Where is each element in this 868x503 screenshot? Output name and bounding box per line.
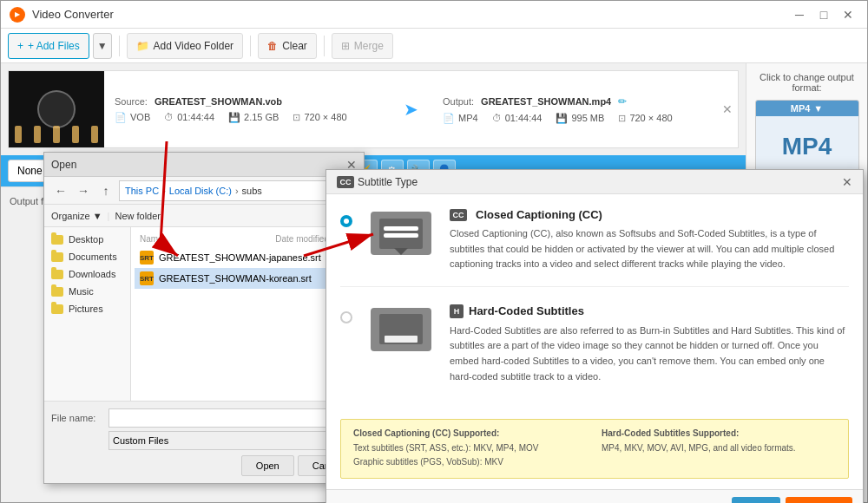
organize-button[interactable]: Organize ▼ bbox=[51, 211, 102, 221]
open-button[interactable]: Open bbox=[241, 455, 294, 476]
figure-2 bbox=[34, 126, 41, 143]
output-format-icon: 📄 bbox=[443, 113, 455, 124]
sidebar-item-pictures[interactable]: Pictures bbox=[44, 300, 130, 317]
sidebar-item-music[interactable]: Music bbox=[44, 283, 130, 300]
cc-icon-box bbox=[371, 212, 431, 255]
app-icon bbox=[10, 7, 25, 23]
hc-text-col: H Hard-Coded Subtitles Hard-Coded Subtit… bbox=[450, 304, 849, 384]
merge-button[interactable]: ⊞ Merge bbox=[332, 33, 393, 59]
main-toolbar: + + Add Files ▼ 📁 Add Video Folder 🗑 Cle… bbox=[1, 29, 867, 63]
video-item: Source: GREATEST_SHOWMAN.vob 📄 VOB ⏱ 01:… bbox=[8, 70, 739, 148]
cc-support-title: Closed Captioning (CC) Supported: bbox=[353, 428, 588, 438]
cc-icon-col bbox=[366, 208, 436, 255]
dialog-action-buttons: Open Cancel bbox=[51, 455, 357, 476]
figure-1 bbox=[15, 126, 22, 143]
video-item-close[interactable]: ✕ bbox=[717, 71, 738, 147]
format-name: MP4 bbox=[791, 103, 811, 114]
open-dialog-toolbar: ← → ↑ This PC › Local Disk (C:) › subs 🔍 bbox=[44, 177, 364, 205]
dialog-sidebar: Desktop Documents Downloads Music Pictur… bbox=[44, 227, 131, 401]
filetype-select[interactable]: Custom Files bbox=[108, 431, 357, 450]
breadcrumb-subs: subs bbox=[242, 186, 262, 196]
sidebar-item-downloads[interactable]: Downloads bbox=[44, 265, 130, 283]
minimize-button[interactable]: ─ bbox=[789, 6, 810, 23]
breadcrumb-sep-1: › bbox=[162, 186, 166, 196]
maximize-button[interactable]: □ bbox=[813, 6, 834, 23]
video-arrow: ➤ bbox=[389, 71, 432, 147]
subtitle-dialog-titlebar: CC Subtitle Type ✕ bbox=[326, 170, 863, 194]
breadcrumb-this-pc[interactable]: This PC bbox=[125, 186, 159, 196]
output-edit-icon[interactable]: ✏ bbox=[618, 95, 627, 108]
hc-option-title: H Hard-Coded Subtitles bbox=[450, 304, 849, 318]
breadcrumb-bar: This PC › Local Disk (C:) › subs bbox=[119, 180, 334, 201]
close-button[interactable]: ✕ bbox=[838, 6, 858, 23]
hc-title-text: Hard-Coded Subtitles bbox=[469, 304, 584, 317]
format-big-label: MP4 bbox=[782, 133, 832, 160]
hc-screen bbox=[379, 314, 423, 344]
merge-label: Merge bbox=[354, 40, 384, 52]
figure-3 bbox=[53, 126, 60, 143]
app-title: Video Converter bbox=[32, 8, 789, 21]
hc-radio-button[interactable] bbox=[340, 311, 352, 323]
cc-line-2 bbox=[384, 233, 418, 238]
window-controls: ─ □ ✕ bbox=[789, 6, 858, 23]
back-button[interactable]: ← bbox=[51, 181, 70, 200]
output-format: MP4 bbox=[458, 113, 478, 123]
breadcrumb-local-disk[interactable]: Local Disk (C:) bbox=[169, 186, 232, 196]
add-files-icon: + bbox=[17, 40, 23, 52]
output-size: 995 MB bbox=[571, 113, 604, 123]
cc-option: CC Closed Captioning (CC) Closed Caption… bbox=[340, 208, 849, 287]
output-format-item: 📄 MP4 bbox=[443, 113, 478, 124]
folder-icon: 📁 bbox=[136, 40, 149, 52]
file-korean-label: GREATEST_SHOWMAN-korean.srt bbox=[159, 273, 312, 284]
filetype-row: Custom Files bbox=[51, 431, 357, 450]
add-files-button[interactable]: + + Add Files bbox=[8, 33, 89, 59]
subtitle-dialog-body: CC Closed Captioning (CC) Closed Caption… bbox=[326, 194, 863, 419]
output-filename: GREATEST_SHOWMAN.mp4 bbox=[481, 96, 611, 107]
cc-description: Closed Captioning (CC), also known as So… bbox=[450, 226, 849, 272]
filename-input[interactable] bbox=[108, 408, 357, 428]
sidebar-item-desktop[interactable]: Desktop bbox=[44, 231, 130, 248]
srt-japanese-icon: SRT bbox=[140, 251, 154, 265]
size-icon: 💾 bbox=[228, 112, 240, 123]
new-folder-button[interactable]: New folder bbox=[115, 211, 161, 221]
open-dialog-title: Open bbox=[51, 159, 346, 171]
pictures-label: Pictures bbox=[69, 304, 103, 314]
cc-radio-col bbox=[340, 208, 352, 227]
music-folder-icon bbox=[51, 287, 63, 297]
thumbnail-preview bbox=[9, 71, 104, 147]
clock-icon: ⏱ bbox=[164, 112, 174, 122]
title-bar: Video Converter ─ □ ✕ bbox=[1, 1, 867, 29]
source-row: Source: GREATEST_SHOWMAN.vob bbox=[115, 96, 378, 107]
output-label: Output: bbox=[443, 96, 474, 107]
source-size: 2.15 GB bbox=[244, 112, 279, 122]
subtitle-cancel-button[interactable]: Cancel bbox=[786, 497, 852, 503]
cc-text-col: CC Closed Captioning (CC) Closed Caption… bbox=[450, 208, 849, 272]
up-button[interactable]: ↑ bbox=[96, 181, 115, 200]
cc-line-1 bbox=[384, 226, 418, 231]
output-duration: 01:44:44 bbox=[505, 113, 542, 123]
subtitle-ok-button[interactable]: Ok bbox=[732, 497, 779, 503]
cc-title-text: Closed Captioning (CC) bbox=[476, 208, 602, 221]
sidebar-item-documents[interactable]: Documents bbox=[44, 248, 130, 265]
video-output-info: Output: GREATEST_SHOWMAN.mp4 ✏ 📄 MP4 ⏱ 0… bbox=[432, 71, 717, 147]
format-selector-box[interactable]: MP4 ▼ MP4 bbox=[755, 100, 859, 178]
format-body: MP4 bbox=[756, 116, 858, 177]
clear-button[interactable]: 🗑 Clear bbox=[258, 33, 317, 59]
subtitle-dialog-close[interactable]: ✕ bbox=[842, 175, 852, 189]
thumbnail-figures bbox=[9, 126, 104, 143]
cc-badge: CC bbox=[450, 209, 467, 221]
forward-button[interactable]: → bbox=[74, 181, 93, 200]
video-thumbnail bbox=[9, 71, 104, 147]
add-video-folder-button[interactable]: 📁 Add Video Folder bbox=[127, 33, 244, 59]
add-folder-dropdown[interactable]: ▼ bbox=[93, 33, 112, 59]
right-arrow-icon: ➤ bbox=[404, 99, 418, 120]
cc-radio-button[interactable] bbox=[340, 215, 352, 227]
format-dropdown-icon: ▼ bbox=[813, 103, 823, 114]
toolbar-sep-3 bbox=[324, 36, 325, 56]
output-resolution-icon: ⊡ bbox=[618, 113, 626, 124]
open-dialog-titlebar: Open ✕ bbox=[44, 153, 364, 177]
subtitle-dialog-title: Subtitle Type bbox=[358, 176, 842, 188]
hc-support-title: Hard-Coded Subtitles Supported: bbox=[602, 428, 836, 438]
resolution-icon: ⊡ bbox=[293, 112, 300, 123]
toolbar-sep-2 bbox=[250, 36, 251, 56]
